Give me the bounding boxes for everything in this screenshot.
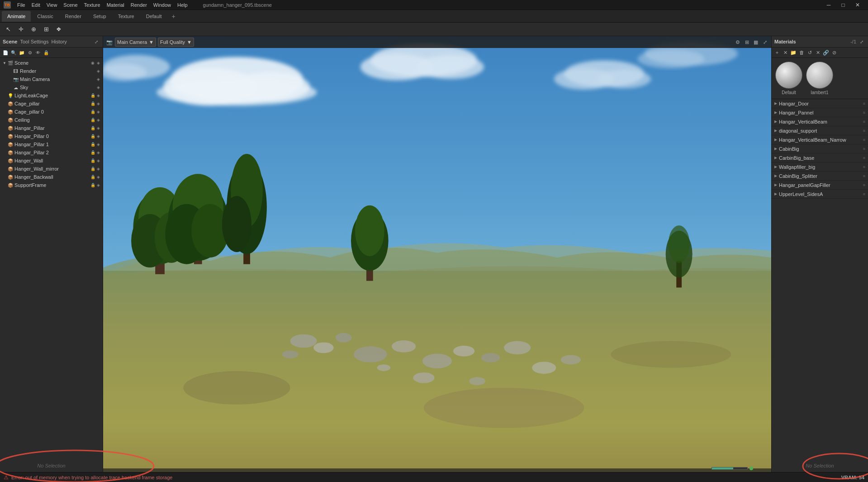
mat-item-arrow: ▶ <box>774 138 777 142</box>
tree-item-main-camera[interactable]: 📷 Main Camera ◈ <box>0 75 103 83</box>
scene-header-icons: ⤢ <box>93 38 100 45</box>
menu-material[interactable]: Material <box>104 0 127 10</box>
tree-item-hanger-wall-mirror[interactable]: 📦 Hanger_Wall_mirror 🔒 ◈ <box>0 165 103 173</box>
viewport-settings-icon[interactable]: ⚙ <box>734 38 741 46</box>
tree-item-sky[interactable]: ☁ Sky ◈ <box>0 83 103 91</box>
mat-item-diagonal-support[interactable]: ▶ diagonal_support ≡ <box>772 126 868 135</box>
tab-classic[interactable]: Classic <box>32 11 58 22</box>
tree-item-scene[interactable]: ▼ 🎬 Scene ◉ ◈ <box>0 59 103 67</box>
scene-eye-icon[interactable]: 👁 <box>34 49 42 56</box>
scene-lock-icon[interactable]: 🔒 <box>43 49 50 56</box>
viewport[interactable]: 📷 Main Camera ▼ Full Quality ▼ ⚙ ⊞ ▦ ⤢ <box>103 36 771 472</box>
mat-refresh-icon[interactable]: ↺ <box>806 49 813 56</box>
scale-tool-button[interactable]: ⊞ <box>41 24 52 35</box>
menu-edit[interactable]: Edit <box>29 0 43 10</box>
hanger-backwall-visibility-icon[interactable]: ◈ <box>95 174 101 180</box>
menu-scene[interactable]: Scene <box>61 0 80 10</box>
light-cage-visibility-icon[interactable]: ◈ <box>95 93 101 98</box>
select-tool-button[interactable]: ↖ <box>3 24 14 35</box>
quality-dropdown[interactable]: Full Quality ▼ <box>158 38 194 47</box>
tree-item-render[interactable]: 🎞 Render ◈ <box>0 67 103 75</box>
tree-item-hangar-pillar2[interactable]: 📦 Hangar_Pillar 2 🔒 ◈ <box>0 148 103 157</box>
camera-dropdown[interactable]: Main Camera ▼ <box>115 38 156 47</box>
svg-point-34 <box>313 342 333 353</box>
sky-visibility-icon[interactable]: ◈ <box>95 85 101 90</box>
render-visibility-icon[interactable]: ◈ <box>95 68 101 74</box>
mat-add-icon[interactable]: + <box>773 49 781 56</box>
viewport-layout-icon[interactable]: ⊞ <box>743 38 750 46</box>
hanger-wall-mirror-node-label: Hanger_Wall_mirror <box>14 166 90 172</box>
mat-item-hangar-pannel[interactable]: ▶ Hangar_Pannel ≡ <box>772 108 868 117</box>
mat-item-upperlevel-sidesa[interactable]: ▶ UpperLevel_SidesA ≡ <box>772 190 868 199</box>
move-tool-button[interactable]: ✛ <box>15 24 26 35</box>
tree-item-ceiling[interactable]: 📦 Ceiling 🔒 ◈ <box>0 116 103 124</box>
menu-texture[interactable]: Texture <box>81 0 103 10</box>
tree-item-supportframe[interactable]: 📦 SupportFrame 🔒 ◈ <box>0 181 103 189</box>
tree-item-hangar-pillar1[interactable]: 📦 Hangar_Pillar 1 🔒 ◈ <box>0 140 103 148</box>
mat-close-icon[interactable]: ✕ <box>814 49 821 56</box>
hangar-pillar1-visibility-icon[interactable]: ◈ <box>95 142 101 147</box>
scene-filter-icon[interactable]: 🔍 <box>10 49 17 56</box>
camera-visibility-icon[interactable]: ◈ <box>95 76 101 82</box>
hangar-pillar-visibility-icon[interactable]: ◈ <box>95 125 101 131</box>
mat-item-hangar-verticalbeam-narrow[interactable]: ▶ Hangar_VerticalBeam_Narrow ≡ <box>772 135 868 144</box>
tree-item-hanger-backwall[interactable]: 📦 Hanger_Backwall 🔒 ◈ <box>0 173 103 181</box>
extra-tool-button[interactable]: ❖ <box>53 24 64 35</box>
scene-new-icon[interactable]: 📄 <box>2 49 9 56</box>
menu-help[interactable]: Help <box>175 0 190 10</box>
tree-item-hanger-wall[interactable]: 📦 Hanger_Wall 🔒 ◈ <box>0 157 103 165</box>
mat-folder-icon[interactable]: 📁 <box>790 49 797 56</box>
menu-render[interactable]: Render <box>128 0 150 10</box>
cage-pillar0-visibility-icon[interactable]: ◈ <box>95 109 101 115</box>
hanger-wall-visibility-icon[interactable]: ◈ <box>95 158 101 163</box>
hanger-wall-mirror-visibility-icon[interactable]: ◈ <box>95 166 101 172</box>
mat-item-wallgapfiller-big[interactable]: ▶ Wallgapfiller_big ≡ <box>772 162 868 172</box>
material-list[interactable]: ▶ Hangar_Door ≡ ▶ Hangar_Pannel ≡ ▶ Hang… <box>772 99 868 459</box>
maximize-button[interactable]: □ <box>836 0 850 10</box>
mat-item-hangar-panelgapfiller[interactable]: ▶ Hangar_panelGapFiller ≡ <box>772 181 868 190</box>
tree-item-cage-pillar[interactable]: 📦 Cage_pillar 🔒 ◈ <box>0 100 103 108</box>
tree-item-lightleakcage[interactable]: 💡 LightLeakCage 🔒 ◈ <box>0 91 103 100</box>
mat-slash-icon[interactable]: ⊘ <box>830 49 838 56</box>
tab-default[interactable]: Default <box>141 11 167 22</box>
tab-animate[interactable]: Animate <box>2 11 31 22</box>
tree-item-hangar-pillar[interactable]: 📦 Hangar_Pillar 🔒 ◈ <box>0 124 103 132</box>
cage-pillar-visibility-icon[interactable]: ◈ <box>95 101 101 106</box>
mat-item-hangar-door[interactable]: ▶ Hangar_Door ≡ <box>772 99 868 108</box>
scene-expand-icon[interactable]: ⤢ <box>93 38 100 45</box>
menu-window[interactable]: Window <box>151 0 174 10</box>
menu-file[interactable]: File <box>14 0 28 10</box>
ceiling-visibility-icon[interactable]: ◈ <box>95 117 101 123</box>
tab-render[interactable]: Render <box>60 11 87 22</box>
menu-view[interactable]: View <box>44 0 60 10</box>
materials-expand-icon[interactable]: ⤢ <box>858 38 865 45</box>
add-tab-button[interactable]: + <box>168 13 179 20</box>
supportframe-visibility-icon[interactable]: ◈ <box>95 182 101 188</box>
hangar-pillar2-visibility-icon[interactable]: ◈ <box>95 150 101 155</box>
tab-setup[interactable]: Setup <box>88 11 112 22</box>
scene-extra-icon[interactable]: ◈ <box>95 60 101 66</box>
swatch-lambert1[interactable]: lambert1 <box>806 62 833 95</box>
close-button[interactable]: ✕ <box>851 0 864 10</box>
mat-item-cabinbig[interactable]: ▶ CabinBig ≡ <box>772 144 868 153</box>
mat-item-carbinbig-base[interactable]: ▶ CarbinBig_base ≡ <box>772 153 868 162</box>
mat-remove-icon[interactable]: ✕ <box>782 49 789 56</box>
mat-item-hangar-verticalbeam[interactable]: ▶ Hangar_VerticalBeam ≡ <box>772 117 868 126</box>
mat-link-icon[interactable]: 🔗 <box>822 49 830 56</box>
rotate-tool-button[interactable]: ⊕ <box>28 24 39 35</box>
tree-item-cage-pillar0[interactable]: 📦 Cage_pillar 0 🔒 ◈ <box>0 108 103 116</box>
tab-texture[interactable]: Texture <box>113 11 140 22</box>
mat-item-cabinbig-splitter[interactable]: ▶ CabinBig_Splitter ≡ <box>772 172 868 181</box>
minimize-button[interactable]: ─ <box>822 0 835 10</box>
mat-item-name: Hangar_VerticalBeam_Narrow <box>779 137 861 143</box>
scene-tree[interactable]: ▼ 🎬 Scene ◉ ◈ 🎞 Render ◈ 📷 Main Camera ◈ <box>0 58 103 459</box>
viewport-expand-icon[interactable]: ⤢ <box>761 38 768 46</box>
scene-settings-icon2[interactable]: ⚙ <box>26 49 33 56</box>
tree-item-hangar-pillar0[interactable]: 📦 Hangar_Pillar 0 🔒 ◈ <box>0 132 103 140</box>
hangar-pillar0-visibility-icon[interactable]: ◈ <box>95 134 101 139</box>
scene-folder-icon[interactable]: 📁 <box>18 49 25 56</box>
viewport-grid-icon[interactable]: ▦ <box>752 38 759 46</box>
swatch-default[interactable]: Default <box>775 62 802 95</box>
mat-trash-icon[interactable]: 🗑 <box>798 49 805 56</box>
scene-visibility-icon[interactable]: ◉ <box>90 60 95 66</box>
